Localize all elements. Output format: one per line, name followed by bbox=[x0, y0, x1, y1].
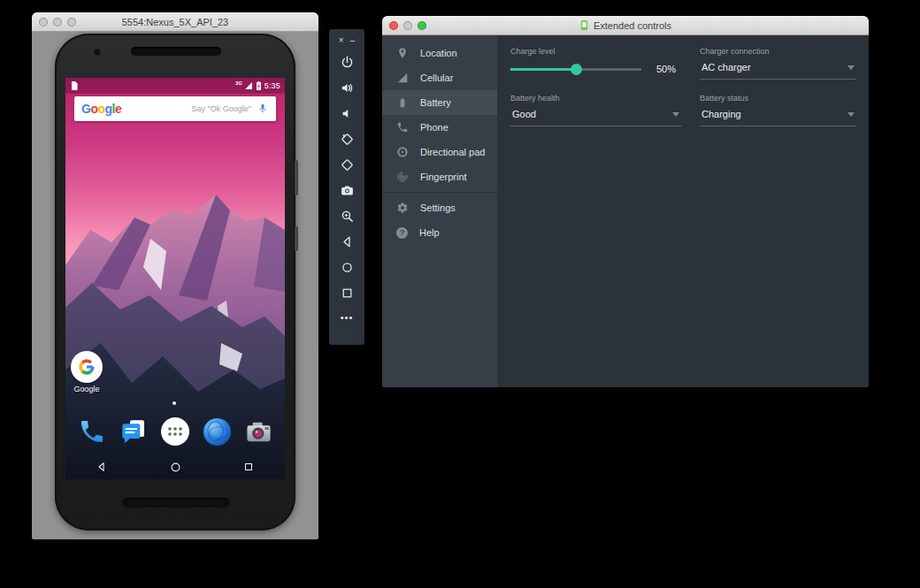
battery-status-dropdown[interactable]: Charging bbox=[700, 109, 856, 126]
settings-gear-icon bbox=[396, 202, 409, 214]
close-window-button[interactable] bbox=[39, 18, 48, 27]
toolbar-close-button[interactable]: × bbox=[339, 36, 344, 45]
dpad-icon bbox=[396, 146, 409, 158]
sidebar-item-phone[interactable]: Phone bbox=[382, 115, 497, 140]
sidebar-item-fingerprint[interactable]: Fingerprint bbox=[382, 164, 497, 189]
zoom-button[interactable] bbox=[333, 203, 361, 229]
screenshot-button[interactable] bbox=[333, 178, 361, 203]
location-pin-icon bbox=[396, 47, 409, 59]
battery-charging-icon bbox=[256, 80, 262, 91]
charger-connection-label: Charger connection bbox=[700, 47, 856, 56]
page-indicator-dot bbox=[172, 401, 176, 405]
charger-connection-value: AC charger bbox=[702, 62, 844, 73]
charge-slider-thumb[interactable] bbox=[571, 64, 582, 75]
phone-volume-button bbox=[295, 226, 298, 251]
google-folder[interactable] bbox=[71, 351, 103, 383]
charger-connection-field: Charger connection AC charger bbox=[700, 47, 856, 80]
volume-up-icon bbox=[340, 80, 355, 95]
front-camera-dot bbox=[94, 49, 101, 56]
back-button[interactable] bbox=[333, 229, 361, 255]
charger-connection-dropdown[interactable]: AC charger bbox=[700, 62, 856, 80]
network-type-label: 3G bbox=[235, 80, 242, 86]
clock-label: 5:35 bbox=[264, 81, 280, 90]
battery-health-field: Battery health Good bbox=[510, 94, 681, 126]
sidebar-divider bbox=[382, 192, 497, 193]
charge-slider-fill bbox=[510, 68, 576, 71]
battery-status-value: Charging bbox=[702, 109, 844, 119]
close-window-button[interactable] bbox=[389, 21, 398, 30]
sidebar-item-battery[interactable]: Battery bbox=[382, 90, 497, 115]
minimize-window-button[interactable] bbox=[403, 21, 412, 30]
sidebar-item-location[interactable]: Location bbox=[382, 41, 497, 65]
charge-level-value: 50% bbox=[641, 64, 681, 74]
overview-nav-button[interactable] bbox=[242, 461, 255, 473]
signal-strength-icon bbox=[244, 81, 253, 90]
chevron-down-icon bbox=[672, 112, 679, 117]
phone-power-button bbox=[295, 160, 298, 195]
home-nav-button[interactable] bbox=[169, 461, 182, 474]
folder-label: Google bbox=[65, 385, 113, 393]
battery-panel: Charge level 50% Charger connection bbox=[497, 35, 869, 387]
sidebar-item-directional-pad[interactable]: Directional pad bbox=[382, 140, 497, 164]
battery-health-label: Battery health bbox=[510, 94, 681, 103]
extended-controls-sidebar: Location Cellular Battery bbox=[382, 35, 497, 387]
phone-device-frame: 3G 5:35 Google Sa bbox=[55, 34, 295, 531]
charge-level-slider[interactable] bbox=[510, 63, 641, 75]
notification-icon bbox=[70, 80, 79, 91]
sidebar-item-settings[interactable]: Settings bbox=[382, 195, 497, 220]
battery-status-label: Battery status bbox=[700, 94, 856, 103]
microphone-icon[interactable] bbox=[257, 103, 269, 115]
battery-health-dropdown[interactable]: Good bbox=[510, 109, 681, 126]
minimize-window-button[interactable] bbox=[53, 18, 62, 27]
volume-up-button[interactable] bbox=[333, 75, 361, 101]
google-g-icon bbox=[77, 357, 96, 377]
chevron-down-icon bbox=[847, 65, 855, 70]
home-circle-icon bbox=[340, 260, 355, 275]
google-search-bar[interactable]: Google Say "Ok Google" bbox=[74, 96, 276, 121]
power-button[interactable] bbox=[333, 50, 361, 75]
overview-button[interactable] bbox=[333, 280, 361, 306]
zoom-window-button[interactable] bbox=[67, 18, 76, 27]
home-button[interactable] bbox=[333, 255, 361, 280]
back-triangle-icon bbox=[340, 234, 355, 249]
search-hint-text: Say "Ok Google" bbox=[192, 104, 251, 113]
toolbar-minimize-button[interactable]: – bbox=[350, 36, 356, 45]
rotate-right-button[interactable] bbox=[333, 152, 361, 178]
back-nav-button[interactable] bbox=[96, 461, 108, 473]
phone-icon bbox=[396, 121, 409, 134]
app-drawer-icon[interactable] bbox=[159, 416, 191, 447]
charge-level-field: Charge level 50% bbox=[510, 47, 681, 80]
fingerprint-icon bbox=[396, 171, 409, 183]
desktop: 5554:Nexus_5X_API_23 bbox=[0, 0, 920, 588]
volume-down-icon bbox=[340, 106, 355, 121]
overview-square-icon bbox=[340, 286, 355, 301]
extended-controls-titlebar: Extended controls bbox=[382, 16, 869, 35]
bottom-speaker bbox=[123, 498, 229, 508]
android-status-bar: 3G 5:35 bbox=[65, 78, 285, 94]
rotate-left-button[interactable] bbox=[333, 126, 361, 152]
magnifier-plus-icon bbox=[340, 209, 355, 224]
dialer-app-icon[interactable] bbox=[76, 416, 108, 447]
sidebar-item-help[interactable]: ? Help bbox=[382, 220, 497, 245]
battery-health-value: Good bbox=[512, 109, 669, 119]
power-icon bbox=[340, 55, 355, 70]
browser-app-icon[interactable] bbox=[201, 416, 233, 447]
android-nav-bar bbox=[65, 458, 285, 476]
camera-app-icon[interactable] bbox=[242, 416, 274, 447]
sidebar-item-cellular[interactable]: Cellular bbox=[382, 65, 497, 90]
extended-controls-window: Extended controls Location Cellular bbox=[382, 16, 869, 387]
emulator-window: 5554:Nexus_5X_API_23 bbox=[32, 12, 318, 539]
phone-screen[interactable]: 3G 5:35 Google Sa bbox=[65, 78, 285, 479]
messenger-app-icon[interactable] bbox=[118, 416, 150, 447]
volume-down-button[interactable] bbox=[333, 101, 361, 126]
earpiece-speaker bbox=[131, 47, 221, 56]
extended-controls-title: Extended controls bbox=[594, 20, 671, 31]
help-icon: ? bbox=[396, 227, 408, 239]
battery-icon bbox=[396, 96, 409, 109]
zoom-window-button[interactable] bbox=[418, 21, 426, 30]
google-logo: Google bbox=[81, 102, 121, 116]
more-options-button[interactable]: ••• bbox=[341, 306, 354, 329]
chevron-down-icon bbox=[847, 112, 855, 117]
emulator-toolbar: × – bbox=[329, 29, 364, 345]
emulator-titlebar: 5554:Nexus_5X_API_23 bbox=[32, 12, 318, 32]
